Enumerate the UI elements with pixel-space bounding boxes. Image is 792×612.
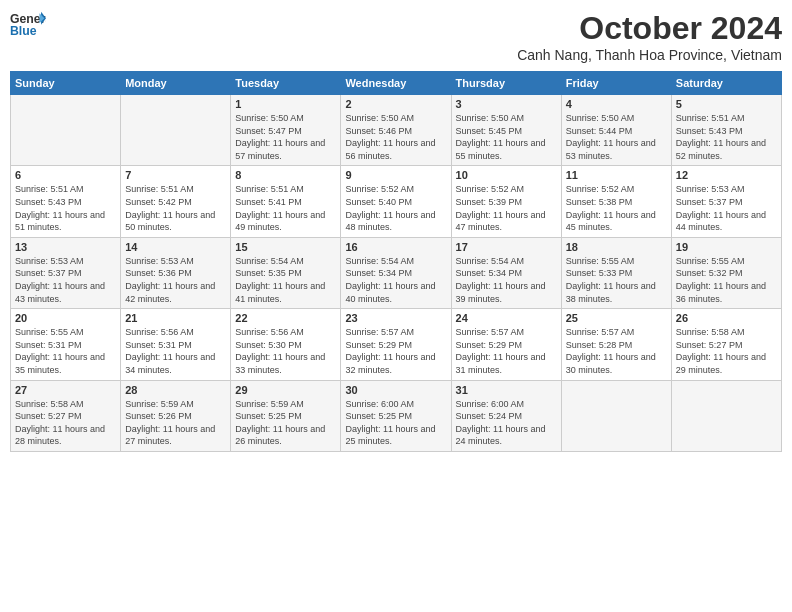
day-number: 20 [15, 312, 116, 324]
calendar-cell: 23Sunrise: 5:57 AM Sunset: 5:29 PM Dayli… [341, 309, 451, 380]
day-detail: Sunrise: 5:56 AM Sunset: 5:31 PM Dayligh… [125, 326, 226, 376]
calendar-cell [671, 380, 781, 451]
day-detail: Sunrise: 5:50 AM Sunset: 5:47 PM Dayligh… [235, 112, 336, 162]
calendar-cell [561, 380, 671, 451]
location-title: Canh Nang, Thanh Hoa Province, Vietnam [517, 47, 782, 63]
day-detail: Sunrise: 5:53 AM Sunset: 5:37 PM Dayligh… [15, 255, 116, 305]
day-detail: Sunrise: 5:56 AM Sunset: 5:30 PM Dayligh… [235, 326, 336, 376]
day-number: 5 [676, 98, 777, 110]
day-number: 4 [566, 98, 667, 110]
day-number: 16 [345, 241, 446, 253]
calendar-cell: 9Sunrise: 5:52 AM Sunset: 5:40 PM Daylig… [341, 166, 451, 237]
calendar-cell: 10Sunrise: 5:52 AM Sunset: 5:39 PM Dayli… [451, 166, 561, 237]
logo: General Blue [10, 10, 46, 38]
generalblue-logo-icon: General Blue [10, 10, 46, 38]
calendar-cell: 29Sunrise: 5:59 AM Sunset: 5:25 PM Dayli… [231, 380, 341, 451]
day-number: 18 [566, 241, 667, 253]
col-header-thursday: Thursday [451, 72, 561, 95]
day-detail: Sunrise: 5:57 AM Sunset: 5:28 PM Dayligh… [566, 326, 667, 376]
day-number: 2 [345, 98, 446, 110]
calendar-cell [121, 95, 231, 166]
col-header-monday: Monday [121, 72, 231, 95]
calendar-cell: 6Sunrise: 5:51 AM Sunset: 5:43 PM Daylig… [11, 166, 121, 237]
calendar-cell: 1Sunrise: 5:50 AM Sunset: 5:47 PM Daylig… [231, 95, 341, 166]
day-number: 24 [456, 312, 557, 324]
calendar-cell: 27Sunrise: 5:58 AM Sunset: 5:27 PM Dayli… [11, 380, 121, 451]
day-detail: Sunrise: 5:54 AM Sunset: 5:34 PM Dayligh… [456, 255, 557, 305]
calendar-cell: 8Sunrise: 5:51 AM Sunset: 5:41 PM Daylig… [231, 166, 341, 237]
day-number: 22 [235, 312, 336, 324]
calendar-table: SundayMondayTuesdayWednesdayThursdayFrid… [10, 71, 782, 452]
day-number: 11 [566, 169, 667, 181]
day-number: 12 [676, 169, 777, 181]
svg-text:Blue: Blue [10, 24, 37, 38]
day-detail: Sunrise: 5:53 AM Sunset: 5:36 PM Dayligh… [125, 255, 226, 305]
day-detail: Sunrise: 5:58 AM Sunset: 5:27 PM Dayligh… [676, 326, 777, 376]
calendar-cell: 24Sunrise: 5:57 AM Sunset: 5:29 PM Dayli… [451, 309, 561, 380]
calendar-cell: 25Sunrise: 5:57 AM Sunset: 5:28 PM Dayli… [561, 309, 671, 380]
day-detail: Sunrise: 5:51 AM Sunset: 5:42 PM Dayligh… [125, 183, 226, 233]
calendar-cell: 16Sunrise: 5:54 AM Sunset: 5:34 PM Dayli… [341, 237, 451, 308]
calendar-cell: 17Sunrise: 5:54 AM Sunset: 5:34 PM Dayli… [451, 237, 561, 308]
day-detail: Sunrise: 5:58 AM Sunset: 5:27 PM Dayligh… [15, 398, 116, 448]
col-header-saturday: Saturday [671, 72, 781, 95]
header: General Blue October 2024 Canh Nang, Tha… [10, 10, 782, 63]
day-detail: Sunrise: 5:54 AM Sunset: 5:35 PM Dayligh… [235, 255, 336, 305]
calendar-cell: 12Sunrise: 5:53 AM Sunset: 5:37 PM Dayli… [671, 166, 781, 237]
col-header-sunday: Sunday [11, 72, 121, 95]
day-number: 13 [15, 241, 116, 253]
calendar-cell: 13Sunrise: 5:53 AM Sunset: 5:37 PM Dayli… [11, 237, 121, 308]
calendar-cell: 14Sunrise: 5:53 AM Sunset: 5:36 PM Dayli… [121, 237, 231, 308]
day-number: 1 [235, 98, 336, 110]
calendar-cell: 19Sunrise: 5:55 AM Sunset: 5:32 PM Dayli… [671, 237, 781, 308]
day-number: 28 [125, 384, 226, 396]
calendar-cell: 11Sunrise: 5:52 AM Sunset: 5:38 PM Dayli… [561, 166, 671, 237]
day-number: 15 [235, 241, 336, 253]
calendar-cell: 18Sunrise: 5:55 AM Sunset: 5:33 PM Dayli… [561, 237, 671, 308]
calendar-cell: 3Sunrise: 5:50 AM Sunset: 5:45 PM Daylig… [451, 95, 561, 166]
day-number: 7 [125, 169, 226, 181]
day-detail: Sunrise: 5:55 AM Sunset: 5:32 PM Dayligh… [676, 255, 777, 305]
day-detail: Sunrise: 5:59 AM Sunset: 5:25 PM Dayligh… [235, 398, 336, 448]
day-number: 17 [456, 241, 557, 253]
col-header-wednesday: Wednesday [341, 72, 451, 95]
day-number: 25 [566, 312, 667, 324]
day-number: 26 [676, 312, 777, 324]
day-detail: Sunrise: 5:55 AM Sunset: 5:33 PM Dayligh… [566, 255, 667, 305]
day-detail: Sunrise: 5:50 AM Sunset: 5:44 PM Dayligh… [566, 112, 667, 162]
calendar-cell: 20Sunrise: 5:55 AM Sunset: 5:31 PM Dayli… [11, 309, 121, 380]
day-number: 19 [676, 241, 777, 253]
month-title: October 2024 [517, 10, 782, 47]
calendar-cell: 5Sunrise: 5:51 AM Sunset: 5:43 PM Daylig… [671, 95, 781, 166]
day-detail: Sunrise: 5:51 AM Sunset: 5:43 PM Dayligh… [15, 183, 116, 233]
day-detail: Sunrise: 6:00 AM Sunset: 5:25 PM Dayligh… [345, 398, 446, 448]
calendar-cell: 2Sunrise: 5:50 AM Sunset: 5:46 PM Daylig… [341, 95, 451, 166]
day-detail: Sunrise: 5:59 AM Sunset: 5:26 PM Dayligh… [125, 398, 226, 448]
col-header-tuesday: Tuesday [231, 72, 341, 95]
day-detail: Sunrise: 5:50 AM Sunset: 5:46 PM Dayligh… [345, 112, 446, 162]
day-number: 9 [345, 169, 446, 181]
day-number: 21 [125, 312, 226, 324]
day-detail: Sunrise: 5:53 AM Sunset: 5:37 PM Dayligh… [676, 183, 777, 233]
calendar-cell: 22Sunrise: 5:56 AM Sunset: 5:30 PM Dayli… [231, 309, 341, 380]
day-number: 14 [125, 241, 226, 253]
day-number: 6 [15, 169, 116, 181]
day-number: 3 [456, 98, 557, 110]
day-detail: Sunrise: 5:55 AM Sunset: 5:31 PM Dayligh… [15, 326, 116, 376]
day-detail: Sunrise: 6:00 AM Sunset: 5:24 PM Dayligh… [456, 398, 557, 448]
calendar-cell: 31Sunrise: 6:00 AM Sunset: 5:24 PM Dayli… [451, 380, 561, 451]
day-number: 29 [235, 384, 336, 396]
calendar-cell: 4Sunrise: 5:50 AM Sunset: 5:44 PM Daylig… [561, 95, 671, 166]
day-detail: Sunrise: 5:52 AM Sunset: 5:40 PM Dayligh… [345, 183, 446, 233]
day-number: 10 [456, 169, 557, 181]
day-detail: Sunrise: 5:52 AM Sunset: 5:38 PM Dayligh… [566, 183, 667, 233]
day-number: 23 [345, 312, 446, 324]
calendar-cell [11, 95, 121, 166]
calendar-cell: 15Sunrise: 5:54 AM Sunset: 5:35 PM Dayli… [231, 237, 341, 308]
day-number: 31 [456, 384, 557, 396]
day-detail: Sunrise: 5:54 AM Sunset: 5:34 PM Dayligh… [345, 255, 446, 305]
day-detail: Sunrise: 5:57 AM Sunset: 5:29 PM Dayligh… [345, 326, 446, 376]
calendar-cell: 21Sunrise: 5:56 AM Sunset: 5:31 PM Dayli… [121, 309, 231, 380]
day-detail: Sunrise: 5:50 AM Sunset: 5:45 PM Dayligh… [456, 112, 557, 162]
calendar-cell: 26Sunrise: 5:58 AM Sunset: 5:27 PM Dayli… [671, 309, 781, 380]
